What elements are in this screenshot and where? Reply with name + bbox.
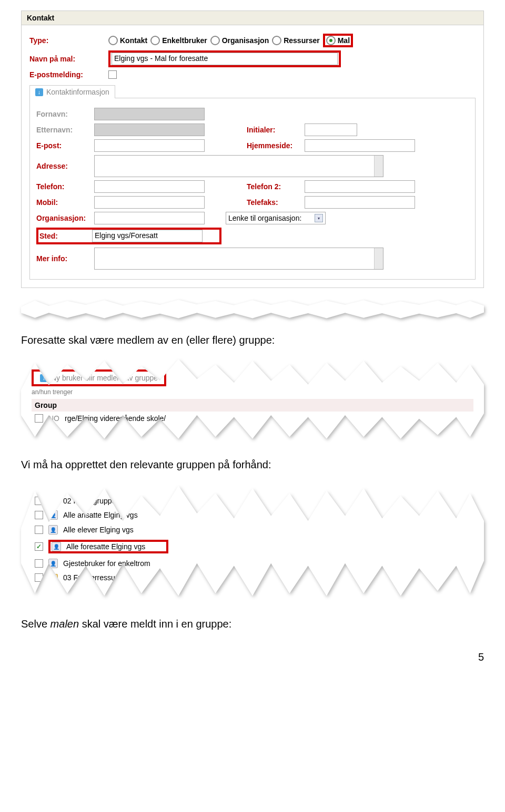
contact-info-tab-label: Kontaktinformasjon [46,88,109,96]
radio-organisasjon[interactable] [210,36,220,45]
group-row-1-suffix: rge/Elging videregående skole/ [65,414,166,423]
group-checkbox[interactable] [35,497,43,505]
org-link-select-label: Lenke til organisasjon: [228,214,301,222]
telefon-input[interactable] [94,180,205,193]
radio-enkeltbruker-label: Enkeltbruker [162,36,207,45]
group-checkbox[interactable] [35,573,43,582]
email-msg-label: E-postmelding: [29,70,108,79]
group-label[interactable]: Alle ansatte Elging vgs [63,511,138,519]
list-item: 👤Alle foresatte Elging vgs [32,537,473,556]
group-label[interactable]: Gjestebruker for enkeltrom [63,559,150,568]
radio-enkeltbruker[interactable] [150,36,160,45]
contact-info-body: Fornavn: Etternavn: Initialer: E-pos [29,98,476,280]
highlight-selected-group: 👤Alle foresatte Elging vgs [48,540,168,553]
template-name-input[interactable]: Elging vgs - Mal for foresatte [112,53,338,65]
epost-input[interactable] [94,139,205,152]
user-group-icon: 👤 [48,510,58,520]
group-checkbox[interactable] [35,542,43,551]
radio-kontakt-label: Kontakt [120,36,147,45]
highlight-mal-radio: Mal [323,34,353,47]
telefon-label: Telefon: [36,182,94,191]
user-group-icon: 👤 [48,525,58,535]
hjemmeside-label: Hjemmeside: [247,141,305,150]
instruction-3-italic: malen [50,618,79,630]
instruction-3: Selve malen skal være meldt inn i en gru… [21,618,484,630]
merinfo-label: Mer info: [36,254,94,263]
chevron-down-icon: ▾ [315,214,323,222]
list-item: 03 Fronterressurser [32,571,473,584]
adresse-label: Adresse: [36,162,94,170]
contact-form-panel: Kontakt Type: Kontakt Enkeltbruker Organ… [21,11,484,288]
instruction-3-suffix: skal være meldt inn i en gruppe: [79,618,231,630]
mobil-input[interactable] [94,196,205,209]
group-sub-text: an/hun trenger [32,388,473,396]
telefaks-label: Telefaks: [247,198,305,207]
group-row-1-text: NO [48,414,59,423]
telefon2-input[interactable] [305,180,415,193]
etternavn-label: Etternavn: [36,126,94,134]
list-item: 👤Alle elever Elging vgs [32,522,473,537]
radio-ressurser-label: Ressurser [284,36,320,45]
group-row-1-checkbox[interactable] [35,414,43,423]
type-radio-group: Kontakt Enkeltbruker Organisasjon Ressur… [108,34,353,47]
org-link-select[interactable]: Lenke til organisasjon: ▾ [226,212,326,224]
user-group-icon: 👤 [52,542,61,551]
folder-icon [48,497,58,505]
radio-mal-label: Mal [338,36,350,45]
merinfo-textarea[interactable] [94,248,383,270]
arrow-down-icon: ↓ [35,88,43,96]
sted-input[interactable]: Elging vgs/Foresatt [92,230,203,242]
folder-icon [48,574,58,582]
panel-title: Kontakt [22,11,483,25]
contact-info-tab[interactable]: ↓ Kontaktinformasjon [29,85,115,98]
highlight-template-name: Elging vgs - Mal for foresatte [108,50,341,67]
groups-list: 02 Policygrupper👤Alle ansatte Elging vgs… [21,478,484,603]
page-number: 5 [21,651,484,663]
hjemmeside-input[interactable] [305,139,415,152]
email-msg-checkbox[interactable] [108,70,117,79]
radio-mal[interactable] [326,36,336,45]
group-checkbox[interactable] [35,526,43,534]
list-item: 02 Policygrupper [32,494,473,508]
group-label[interactable]: Alle elever Elging vgs [63,526,134,534]
instruction-2: Vi må ha opprettet den relevante gruppen… [21,459,484,471]
radio-kontakt[interactable] [108,36,118,45]
list-item: 👤Gjestebruker for enkeltrom [32,556,473,571]
group-row-1: NO rge/Elging videregående skole/ [32,412,473,425]
initialer-input[interactable] [305,124,357,136]
list-item: 👤Alle ansatte Elging vgs [32,508,473,522]
group-label[interactable]: 02 Policygrupper [63,497,118,505]
sted-label: Sted: [39,232,92,240]
telefaks-input[interactable] [305,196,415,209]
radio-ressurser[interactable] [272,36,281,45]
org-label: Organisasjon: [36,214,94,222]
template-name-label: Navn på mal: [29,55,108,63]
initialer-label: Initialer: [247,126,305,134]
group-checkbox[interactable] [35,559,43,568]
epost-label: E-post: [36,141,94,150]
etternavn-input[interactable] [94,124,205,136]
telefon2-label: Telefon 2: [247,182,305,191]
highlight-sted-row: Sted: Elging vgs/Foresatt [36,228,221,244]
group-label[interactable]: Alle foresatte Elging vgs [66,542,145,551]
instruction-3-prefix: Selve [21,618,50,630]
radio-organisasjon-label: Organisasjon [222,36,269,45]
adresse-textarea[interactable] [94,155,383,177]
type-label: Type: [29,36,108,45]
fornavn-input[interactable] [94,108,205,120]
group-checkbox[interactable] [35,511,43,519]
arrow-down-icon: ↓ [40,374,48,382]
highlight-group-tab: ↓ Ny bruker blir medlem av gruppe [32,369,166,386]
group-tab[interactable]: ↓ Ny bruker blir medlem av gruppe [35,372,163,384]
group-tab-label: Ny bruker blir medlem av gruppe [51,374,158,382]
group-label[interactable]: 03 Fronterressurser [63,573,128,582]
group-header: Group [32,399,473,412]
mobil-label: Mobil: [36,198,94,207]
user-group-icon: 👤 [48,559,58,568]
instruction-1: Foresatte skal være medlem av en (eller … [21,334,484,346]
fornavn-label: Fornavn: [36,110,94,118]
org-input[interactable] [94,212,205,224]
